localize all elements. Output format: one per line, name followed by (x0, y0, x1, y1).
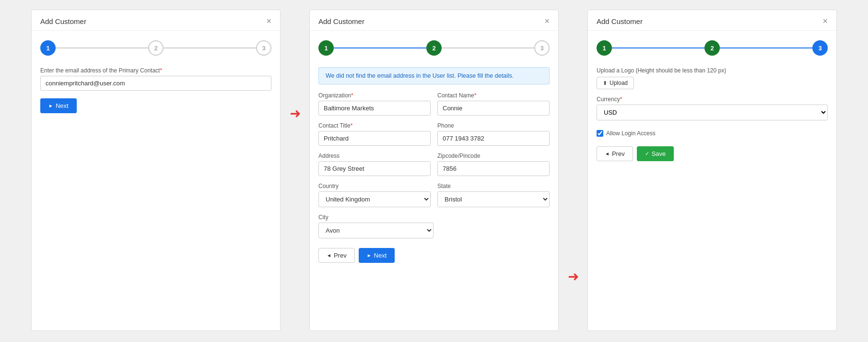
prev-button-3[interactable]: ◄ Prev (597, 146, 633, 161)
org-label: Organization* (318, 92, 431, 99)
stepper-2-line-1 (334, 47, 426, 48)
zipcode-input[interactable] (437, 161, 550, 176)
step-3-2-circle: 2 (704, 40, 720, 56)
country-select[interactable]: United Kingdom United States Canada Aust… (318, 191, 431, 207)
contact-name-input[interactable] (437, 101, 550, 116)
step-3-3-circle: 3 (812, 40, 828, 56)
state-label: State (437, 183, 550, 189)
step-3-1-circle: 1 (597, 40, 612, 56)
arrow-2-icon: ➜ (568, 269, 579, 284)
panel-2: Add Customer × 1 2 3 We did not find the… (309, 10, 559, 331)
currency-label: Currency* (597, 96, 828, 103)
next-button-1[interactable]: ► Next (40, 98, 77, 113)
address-zip-row: Address Zipcode/Pincode (318, 153, 550, 176)
contact-title-label: Contact Title* (318, 122, 431, 129)
close-icon: × (266, 16, 271, 26)
contact-title-col: Contact Title* (318, 122, 431, 146)
phone-input[interactable] (437, 131, 550, 146)
panel-3: Add Customer × 1 2 3 Upload a Logo (Heig… (587, 10, 837, 331)
contact-name-col: Contact Name* (437, 92, 550, 116)
phone-label: Phone (437, 122, 550, 129)
stepper-1: 1 2 3 (40, 40, 271, 56)
email-required-mark: * (160, 67, 162, 74)
panel-2-close-button[interactable]: × (544, 17, 550, 25)
info-message: We did not find the email address in the… (318, 67, 550, 84)
contact-title-required-mark: * (351, 122, 353, 129)
phone-col: Phone (437, 122, 550, 146)
panel-1-close-button[interactable]: × (266, 17, 271, 25)
state-select[interactable]: Bristol London Manchester (437, 191, 550, 207)
currency-required-mark: * (620, 96, 622, 103)
address-label: Address (318, 153, 431, 159)
arrow-right-icon-2: ► (367, 253, 372, 258)
allow-login-checkbox[interactable] (597, 130, 603, 137)
step-3-circle: 3 (256, 40, 271, 56)
close-icon-3: × (822, 16, 828, 26)
currency-select[interactable]: USD EUR GBP (597, 105, 828, 120)
panel-2-title: Add Customer (318, 17, 364, 25)
panel-3-header: Add Customer × (588, 10, 836, 31)
country-col: Country United Kingdom United States Can… (318, 183, 431, 207)
step-1-circle: 1 (40, 40, 56, 56)
allow-login-row: Allow Login Access (597, 130, 828, 137)
next-button-2[interactable]: ► Next (359, 248, 395, 263)
zipcode-col: Zipcode/Pincode (437, 153, 550, 176)
country-label: Country (318, 183, 431, 189)
stepper-2-line-2 (442, 47, 534, 48)
allow-login-label: Allow Login Access (606, 130, 656, 137)
stepper-2: 1 2 3 (318, 40, 550, 56)
org-contact-row: Organization* Contact Name* (318, 92, 550, 116)
contact-name-required-mark: * (474, 92, 477, 99)
step-2-3-circle: 3 (534, 40, 550, 56)
stepper-3-line-1 (612, 47, 704, 48)
upload-icon: ⬆ (603, 80, 607, 86)
stepper-line-2 (164, 47, 256, 48)
arrow-left-icon-2: ◄ (327, 253, 331, 258)
contact-name-label: Contact Name* (437, 92, 550, 99)
arrow-2-container: ➜ (559, 10, 587, 284)
step-2-1-circle: 1 (318, 40, 334, 56)
country-state-row: Country United Kingdom United States Can… (318, 183, 550, 207)
close-icon-2: × (544, 16, 550, 26)
address-col: Address (318, 153, 431, 176)
panel-1-title: Add Customer (40, 17, 86, 25)
save-button[interactable]: ✓ Save (637, 146, 674, 161)
org-col: Organization* (318, 92, 431, 116)
panel-1-body: 1 2 3 Enter the email address of the Pri… (32, 31, 280, 123)
city-label: City (318, 214, 434, 221)
arrow-left-icon-3: ◄ (605, 151, 610, 156)
panel-1-header: Add Customer × (32, 10, 280, 31)
panel-2-header: Add Customer × (310, 10, 558, 31)
org-input[interactable] (318, 101, 431, 116)
city-select[interactable]: Avon Bath Clifton (318, 223, 434, 238)
state-col: State Bristol London Manchester (437, 183, 550, 207)
city-section: City Avon Bath Clifton (318, 214, 434, 238)
email-label: Enter the email address of the Primary C… (40, 67, 271, 74)
address-input[interactable] (318, 161, 431, 176)
contact-title-input[interactable] (318, 131, 431, 146)
panel-3-title: Add Customer (597, 17, 643, 25)
panel-3-footer: ◄ Prev ✓ Save (597, 146, 828, 161)
panel-1: Add Customer × 1 2 3 Enter the email add… (31, 10, 281, 331)
arrow-1-icon: ➜ (290, 106, 301, 121)
stepper-3: 1 2 3 (597, 40, 828, 56)
upload-instruction-label: Upload a Logo (Height should be less tha… (597, 67, 828, 74)
panel-2-body: 1 2 3 We did not find the email address … (310, 31, 558, 272)
step-2-circle: 2 (148, 40, 164, 56)
panel-3-body: 1 2 3 Upload a Logo (Height should be le… (588, 31, 836, 171)
arrow-1-container: ➜ (281, 10, 309, 121)
stepper-3-line-2 (720, 47, 812, 48)
prev-button-2[interactable]: ◄ Prev (318, 248, 355, 263)
arrow-right-icon: ► (48, 103, 53, 108)
check-icon: ✓ (645, 151, 649, 157)
email-input[interactable] (40, 76, 271, 91)
upload-button[interactable]: ⬆ Upload (597, 77, 634, 89)
panel-3-close-button[interactable]: × (822, 17, 828, 25)
title-phone-row: Contact Title* Phone (318, 122, 550, 146)
org-required-mark: * (351, 92, 353, 99)
step-2-2-circle: 2 (426, 40, 442, 56)
stepper-line-1 (56, 47, 148, 48)
zipcode-label: Zipcode/Pincode (437, 153, 550, 159)
panel-2-footer: ◄ Prev ► Next (318, 248, 550, 263)
